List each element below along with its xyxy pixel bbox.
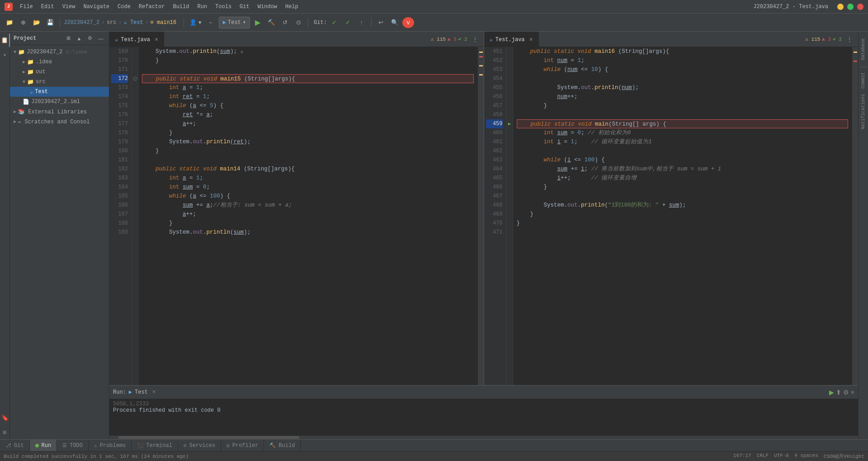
toolbar-new-icon[interactable]: ⊕ [17, 17, 29, 28]
close-button[interactable]: × [857, 4, 863, 10]
run-panel-header: Run: ▶ Test × ▶ ⬆ ⚙ × [109, 386, 858, 399]
right-code-lines[interactable]: public static void main16 (String[]args)… [513, 47, 852, 385]
sidebar-options-icon[interactable]: ⊞ [64, 34, 73, 43]
project-panel-icon[interactable]: 📋 [0, 33, 10, 47]
left-panel-menu-icon[interactable]: ⋮ [469, 35, 481, 44]
menu-build[interactable]: Build [169, 3, 193, 11]
tree-item-scratches[interactable]: ▶ ✏ Scratches and Consol [10, 117, 109, 127]
menu-help[interactable]: Help [282, 3, 302, 11]
coverage-button[interactable]: ⊙ [292, 17, 304, 28]
run-tab-close[interactable]: × [152, 389, 156, 395]
window-controls: ─ □ × [837, 4, 863, 10]
bottom-tab-build[interactable]: 🔨 Build [264, 440, 301, 451]
navigate-back-icon[interactable]: ← [205, 17, 217, 28]
user-avatar[interactable]: V [402, 17, 414, 28]
rerun-button[interactable]: ↺ [279, 17, 291, 28]
menu-refactor[interactable]: Refactor [135, 3, 169, 11]
minimize-button[interactable]: ─ [837, 4, 844, 10]
right-code-area[interactable]: 451 452 453 454 455 456 457 458 459 460 [484, 47, 859, 385]
sidebar-settings-icon[interactable]: ⚙ [85, 34, 94, 43]
search-button[interactable]: 🔍 [389, 17, 401, 28]
structure-panel-icon[interactable]: ⊞ [0, 426, 10, 439]
tree-item-idea[interactable]: ▶ 📁 .idea [10, 57, 109, 67]
undo-button[interactable]: ↩ [375, 17, 387, 28]
right-scroll-gutter[interactable] [852, 47, 858, 385]
bottom-tab-terminal[interactable]: ⬛ Terminal [132, 440, 178, 451]
run-indicator-459: ▶ [508, 121, 511, 127]
run-button[interactable]: ▶ [252, 17, 264, 28]
breadcrumb-main16[interactable]: ⊙ main16 [151, 19, 177, 26]
rgl-471 [507, 228, 513, 237]
left-editor-tab-test-java[interactable]: ☕ Test.java × [109, 32, 164, 47]
commit-panel-icon[interactable]: ✦ [0, 48, 10, 61]
breadcrumb-test[interactable]: ☕ Test [123, 19, 143, 26]
toolbar-open-icon[interactable]: 📂 [31, 17, 42, 28]
menu-code[interactable]: Code [114, 3, 134, 11]
menu-window[interactable]: Window [254, 3, 281, 11]
build-button[interactable]: 🔨 [265, 17, 277, 28]
run-play-button[interactable]: ▶ [829, 389, 834, 396]
left-code-lines[interactable]: System.out.println(sum); ⚠ } public stat… [138, 47, 477, 385]
tree-item-test[interactable]: ☕ Test [10, 87, 109, 97]
breadcrumb-src[interactable]: src [107, 19, 117, 26]
rln-465: 465 [486, 174, 503, 183]
bottom-tab-git[interactable]: ⎇ Git [0, 440, 30, 451]
bottom-tab-run[interactable]: Run [30, 440, 57, 451]
gl-170 [132, 56, 138, 65]
tree-item-out[interactable]: ▶ 📁 out [10, 67, 109, 77]
breadcrumb-sep2: › [118, 19, 122, 26]
run-stop-button[interactable]: ⬆ [836, 389, 841, 396]
right-tab-close-icon[interactable]: × [529, 36, 533, 43]
sidebar-close-icon[interactable]: — [96, 34, 105, 43]
menu-file[interactable]: File [16, 3, 37, 11]
run-close-icon[interactable]: × [851, 389, 854, 396]
bottom-tab-problems[interactable]: ⚠ Problems [89, 440, 132, 451]
left-scroll-gutter[interactable] [477, 47, 484, 385]
tree-item-project[interactable]: ▼ 📁 J20230427_2 C:\java [10, 47, 109, 57]
account-icon[interactable]: 👤 ▾ [188, 17, 203, 28]
bottom-tab-services[interactable]: ⊙ Services [178, 440, 221, 451]
breadcrumb-project[interactable]: J20230427_2 [64, 19, 99, 26]
run-scrollbar-thumb[interactable] [118, 436, 299, 439]
rgl-470 [507, 219, 513, 228]
right-panel-menu-icon[interactable]: ⋮ [844, 35, 855, 44]
status-branch[interactable]: CSDN@月VKnight [824, 453, 864, 460]
left-tab-close-icon[interactable]: × [155, 36, 158, 43]
menu-view[interactable]: View [59, 3, 79, 11]
run-settings-icon[interactable]: ⚙ [843, 389, 849, 396]
code-line-170: } [142, 56, 474, 65]
commit-panel-label[interactable]: Commit [859, 69, 868, 92]
menu-navigate[interactable]: Navigate [80, 3, 113, 11]
right-check-count: ✔ 2 [833, 36, 842, 42]
bookmarks-panel-icon[interactable]: 🔖 [0, 411, 10, 425]
toolbar-save-icon[interactable]: 💾 [44, 17, 56, 28]
rgl-468 [507, 201, 513, 210]
database-panel-icon[interactable]: Database [859, 33, 868, 65]
status-indent[interactable]: 4 spaces [794, 453, 818, 460]
git-commit-button[interactable]: ✓ [329, 17, 340, 28]
menu-run[interactable]: Run [193, 3, 211, 11]
git-push-button[interactable]: ✓ [342, 17, 354, 28]
status-line-col[interactable]: 167:17 [733, 453, 751, 460]
sidebar-collapse-icon[interactable]: ▲ [75, 34, 84, 43]
right-editor-tab-test-java[interactable]: ☕ Test.java × [484, 32, 539, 47]
menu-git[interactable]: Git [236, 3, 253, 11]
maximize-button[interactable]: □ [847, 4, 854, 10]
run-scrollbar[interactable] [109, 436, 858, 439]
notifications-panel-label[interactable]: Notifications [859, 94, 868, 130]
status-charset[interactable]: UTF-8 [774, 453, 789, 460]
menu-edit[interactable]: Edit [38, 3, 58, 11]
tree-item-src[interactable]: ▼ 📁 src [10, 77, 109, 87]
status-encoding[interactable]: CRLF [757, 453, 769, 460]
tree-item-external-libs[interactable]: ▶ 📚 External Libraries [10, 107, 109, 117]
bottom-tab-profiler[interactable]: ◎ Profiler [221, 440, 264, 451]
git-pull-button[interactable]: ↑ [356, 17, 368, 28]
ln-175: 175 [111, 101, 128, 110]
left-code-area[interactable]: 169 170 171 172 173 174 175 176 177 178 [109, 47, 484, 385]
terminal-tab-label: Terminal [146, 442, 172, 449]
bottom-tab-todo[interactable]: ☰ TODO [57, 440, 89, 451]
menu-tools[interactable]: Tools [212, 3, 235, 11]
tree-item-iml[interactable]: 📄 J20230427_2.iml [10, 97, 109, 107]
run-config-dropdown[interactable]: ▶ Test ▾ [219, 17, 250, 28]
toolbar-project-icon[interactable]: 📁 [4, 17, 15, 28]
